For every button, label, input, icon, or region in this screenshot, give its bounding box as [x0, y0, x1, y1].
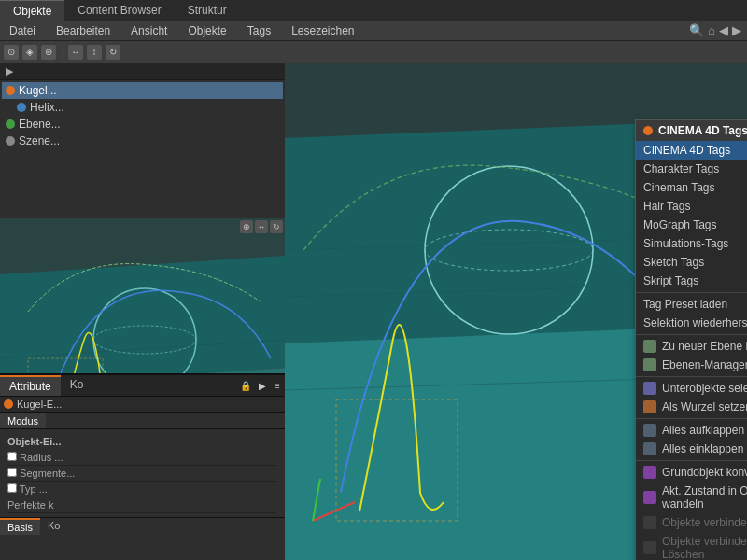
menu-item-wurzel[interactable]: Als Wurzel setzen: [636, 398, 747, 416]
attr-row-radius: Radius ...: [7, 450, 277, 466]
tab-struktur[interactable]: Struktur: [175, 0, 240, 21]
scene-list-panel: ▶ Kugel... Helix... Ebene...: [0, 63, 285, 218]
menu-ansicht[interactable]: Ansicht: [127, 22, 171, 39]
selektion-label: Selektion wiederherstellen: [643, 316, 747, 329]
separator-3: [636, 376, 747, 377]
attr-segmente-label: Segmente...: [7, 468, 92, 479]
menu-item-skript-tags[interactable]: Skript Tags: [636, 272, 747, 290]
attr-tab-ko[interactable]: Ko: [61, 375, 93, 396]
menu-item-mograph-tags[interactable]: MoGraph Tags: [636, 216, 747, 234]
scene-list-title: ▶: [6, 65, 13, 77]
menu-item-cineman-tags[interactable]: Cineman Tags: [636, 178, 747, 197]
neue-ebene-label: Zu neuer Ebene hinzufügen: [662, 340, 747, 353]
menu-item-hair-tags[interactable]: Hair Tags: [636, 197, 747, 216]
wurzel-icon: [643, 400, 656, 413]
attr-menu-icon[interactable]: ≡: [271, 376, 284, 395]
menu-datei[interactable]: Datei: [6, 22, 39, 39]
menu-item-unterobjekte[interactable]: Unterobjekte selektieren: [636, 379, 747, 398]
separator-4: [636, 418, 747, 419]
attr-row-segmente: Segmente...: [7, 466, 277, 482]
scene-item-kugel[interactable]: Kugel...: [2, 82, 283, 99]
attr-arrow-icon[interactable]: ▶: [256, 376, 269, 395]
forward-icon[interactable]: ▶: [732, 23, 741, 37]
menu-lesezeichen[interactable]: Lesezeichen: [288, 22, 358, 39]
menu-item-grundobjekt[interactable]: Grundobjekt konvertieren: [636, 463, 747, 482]
menu-item-sketch-tags[interactable]: Sketch Tags: [636, 253, 747, 272]
scene-item-ebene[interactable]: Ebene...: [2, 116, 283, 133]
toolbar-icon-4[interactable]: ↔: [68, 45, 83, 60]
attr-perfekte-label: Perfekte k: [7, 499, 92, 511]
viewport-icon-2[interactable]: ↔: [255, 220, 268, 233]
menu-item-verbinden-loeschen[interactable]: Objekte verbinden + Löschen: [636, 532, 747, 560]
verbinden-loeschen-icon: [643, 541, 656, 554]
toolbar-icon-3[interactable]: ⊕: [41, 45, 56, 60]
main-viewport: CINEMA 4D Tags CINEMA 4D Tags Charakter …: [285, 63, 747, 560]
menu-item-aufklappen[interactable]: Alles aufklappen: [636, 421, 747, 440]
attr-typ-check[interactable]: [7, 483, 17, 493]
attr-radius-check[interactable]: [7, 452, 17, 461]
menu-item-verbinden[interactable]: Objekte verbinden: [636, 513, 747, 532]
menu-item-tag-preset[interactable]: Tag Preset laden: [636, 295, 747, 314]
attr-bottom-basis[interactable]: Basis: [0, 518, 40, 535]
cinema4d-tags-label: CINEMA 4D Tags: [643, 144, 730, 157]
neue-ebene-icon: [643, 340, 656, 353]
attr-obj-icon: [4, 399, 13, 409]
attr-sub-tabs: Modus: [0, 413, 285, 429]
grundobjekt-icon: [643, 466, 656, 479]
menu-objekte[interactable]: Objekte: [184, 22, 230, 39]
zustand-icon: [643, 491, 656, 504]
separator-1: [636, 292, 747, 293]
menu-bearbeiten[interactable]: Bearbeiten: [52, 22, 114, 39]
menu-item-cinema4d-tags[interactable]: CINEMA 4D Tags: [636, 141, 747, 160]
viewport-nav: ⊕ ↔ ↻: [240, 220, 283, 233]
context-menu-main-title: CINEMA 4D Tags: [658, 124, 747, 137]
einklappen-icon: [643, 442, 656, 455]
toolbar-icon-2[interactable]: ◈: [22, 45, 37, 60]
toolbar-icon-1[interactable]: ⊙: [4, 45, 19, 60]
unterobjekte-label: Unterobjekte selektieren: [662, 382, 747, 395]
attr-toolbar: Kugel-E...: [0, 397, 285, 413]
wurzel-label: Als Wurzel setzen: [662, 400, 747, 413]
viewport-area: ⊕ ↔ ↻: [0, 218, 285, 373]
menu-item-simulations-tags[interactable]: Simulations-Tags: [636, 234, 747, 253]
menu-item-zustand[interactable]: Akt. Zustand in Objekt wandeln: [636, 482, 747, 513]
menu-item-einklappen[interactable]: Alles einklappen: [636, 440, 747, 458]
toolbar-icon-5[interactable]: ↕: [87, 45, 102, 60]
attr-segmente-check[interactable]: [7, 468, 17, 477]
sketch-tags-label: Sketch Tags: [643, 256, 704, 269]
szene-icon: [6, 136, 15, 146]
unterobjekte-icon: [643, 382, 656, 395]
verbinden-icon: [643, 516, 656, 529]
attr-typ-label: Typ ...: [7, 483, 92, 495]
top-tab-bar: Objekte Content Browser Struktur: [0, 0, 747, 21]
scene-item-helix[interactable]: Helix...: [2, 99, 283, 116]
attr-tab-attribute[interactable]: Attribute: [0, 375, 61, 396]
viewport-icon-1[interactable]: ⊕: [240, 220, 253, 233]
attr-row-perfekte: Perfekte k: [7, 497, 277, 513]
viewport-icon-3[interactable]: ↻: [270, 220, 283, 233]
attr-row-typ: Typ ...: [7, 482, 277, 497]
menu-tags[interactable]: Tags: [244, 22, 275, 39]
attr-section-title: Objekt-Ei...: [7, 433, 277, 450]
attr-sub-modus[interactable]: Modus: [0, 413, 46, 428]
toolbar-icon-6[interactable]: ↻: [106, 45, 120, 60]
menu-item-neue-ebene[interactable]: Zu neuer Ebene hinzufügen: [636, 337, 747, 356]
aufklappen-icon: [643, 424, 656, 437]
mograph-tags-label: MoGraph Tags: [643, 218, 717, 231]
back-icon[interactable]: ◀: [719, 23, 728, 37]
menu-item-charakter-tags[interactable]: Charakter Tags: [636, 160, 747, 178]
scene-item-szene[interactable]: Szene...: [2, 133, 283, 149]
attr-bottom-ko[interactable]: Ko: [40, 518, 67, 535]
tab-objekte[interactable]: Objekte: [0, 0, 64, 21]
attr-lock-icon[interactable]: 🔒: [238, 376, 253, 395]
tag-preset-label: Tag Preset laden: [643, 298, 727, 311]
zustand-label: Akt. Zustand in Objekt wandeln: [662, 484, 747, 511]
menu-item-ebenen-manager[interactable]: Ebenen-Manager...: [636, 356, 747, 374]
ebene-icon: [6, 119, 15, 129]
menu-item-selektion[interactable]: Selektion wiederherstellen: [636, 314, 747, 332]
left-panel: ▶ Kugel... Helix... Ebene...: [0, 63, 285, 560]
search-icon[interactable]: 🔍: [689, 23, 704, 37]
main-layout: ▶ Kugel... Helix... Ebene...: [0, 63, 747, 560]
home-icon[interactable]: ⌂: [708, 23, 715, 37]
tab-content-browser[interactable]: Content Browser: [64, 0, 174, 21]
